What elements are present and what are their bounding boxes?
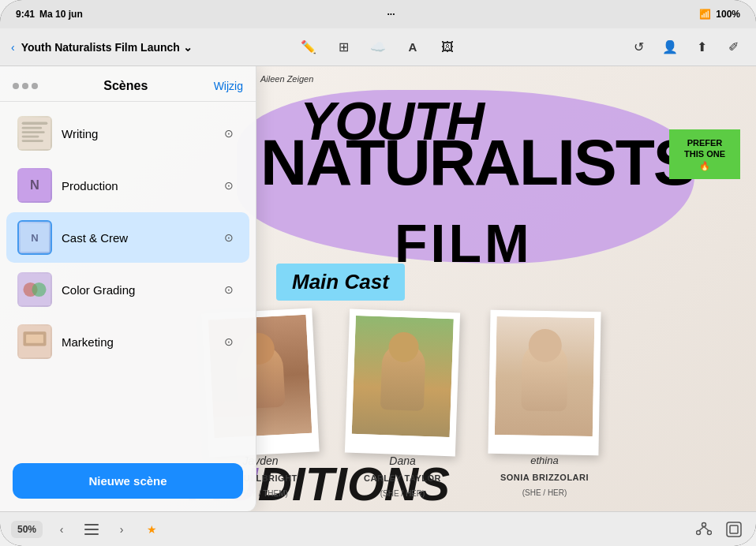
panel-dots[interactable] [13, 83, 38, 89]
handwritten-name: Aileen Zeigen [260, 74, 313, 84]
cloud-icon[interactable]: ☁️ [366, 36, 390, 59]
nav-back-button[interactable]: ‹ [51, 518, 73, 540]
polaroid-carley [345, 309, 460, 457]
bottom-right [693, 518, 745, 540]
scene-thumb-production: N [17, 168, 52, 203]
new-scene-button[interactable]: Nieuwe scène [13, 463, 243, 499]
battery-level: 100% [716, 9, 740, 20]
scene-more-production[interactable]: ⊙ [219, 176, 238, 195]
scene-thumb-cast: N [17, 220, 52, 255]
main-cast-label: Main Cast [276, 264, 405, 301]
svg-point-19 [702, 522, 706, 526]
cast-photo-carley: Dana CARLEY TAYLOR (SHE / HER) [347, 311, 458, 498]
scene-item-writing[interactable]: Writing ⊙ [6, 108, 249, 159]
svg-rect-15 [26, 335, 43, 343]
svg-line-22 [699, 526, 704, 530]
scene-name-cast-crew: Cast & Crew [62, 231, 210, 245]
scene-thumb-writing [17, 116, 52, 151]
svg-rect-25 [730, 525, 738, 533]
scene-more-marketing[interactable]: ⊙ [219, 332, 238, 351]
scene-more-cast-crew[interactable]: ⊙ [219, 228, 238, 247]
dropdown-icon: ⌄ [183, 41, 193, 54]
status-dots: ··· [387, 9, 395, 20]
grid-view-icon[interactable]: ⊞ [331, 36, 355, 59]
pencil-tool-icon[interactable]: ✏️ [297, 36, 320, 59]
scene-thumb-marketing [17, 324, 52, 359]
status-day: Ma 10 jun [39, 9, 83, 20]
panel-title: Scènes [103, 79, 148, 93]
toolbar-left: ‹ Youth Naturalists Film Launch ⌄ [11, 41, 290, 54]
svg-point-12 [32, 282, 46, 297]
scene-more-writing[interactable]: ⊙ [219, 124, 238, 143]
scene-item-production[interactable]: N Production ⊙ [6, 160, 249, 211]
share-icon[interactable]: ⬆ [690, 36, 713, 59]
people-icon[interactable]: 👤 [658, 36, 682, 59]
svg-point-21 [708, 530, 712, 534]
status-time: 9:41 [16, 9, 35, 20]
project-title-text: Youth Naturalists Film Launch [21, 41, 180, 54]
svg-rect-17 [84, 529, 99, 530]
scene-name-writing: Writing [62, 127, 210, 140]
scenes-panel: Scènes Wijzig [0, 66, 256, 511]
cast-photo-sonia: ethina SONIA BRIZZOLARI (SHE / HER) [489, 311, 600, 498]
dot-1 [13, 83, 19, 89]
scene-name-color-grading: Color Grading [62, 283, 210, 297]
status-right: 📶 100% [699, 9, 740, 20]
status-left: 9:41 Ma 10 jun [16, 9, 83, 20]
scene-list[interactable]: Writing ⊙ N Production ⊙ [0, 102, 256, 455]
scene-item-color-grading[interactable]: Color Grading ⊙ [6, 264, 249, 315]
back-button[interactable]: ‹ [11, 41, 15, 54]
cast-pronoun-sonia: (SHE / HER) [522, 488, 567, 497]
cast-pronoun-carley: (SHE / HER) [380, 489, 425, 498]
project-title-area[interactable]: Youth Naturalists Film Launch ⌄ [21, 41, 193, 54]
nav-forward-button[interactable]: › [110, 518, 133, 540]
svg-point-20 [697, 530, 701, 534]
scene-name-marketing: Marketing [62, 335, 210, 349]
sticky-note: PREFER THIS ONE 🔥 [669, 129, 740, 179]
svg-rect-3 [22, 131, 45, 133]
cast-area: Jayden TY FULLBRIGHT (THEY / THEM) Dana [205, 311, 600, 498]
panel-header: Scènes Wijzig [0, 66, 256, 102]
bottom-share-icon[interactable] [693, 518, 715, 540]
svg-rect-4 [22, 136, 39, 138]
status-center: ··· [387, 9, 395, 20]
edit-icon[interactable]: ✐ [721, 36, 745, 59]
zoom-level[interactable]: 50% [11, 521, 43, 538]
ipad-frame: 9:41 Ma 10 jun ··· 📶 100% ‹ Youth Natura… [0, 0, 756, 546]
scene-name-production: Production [62, 179, 210, 193]
svg-text:N: N [31, 232, 38, 244]
scene-thumb-color [17, 272, 52, 307]
cast-name-sonia: SONIA BRIZZOLARI [500, 473, 589, 482]
toolbar-center: ✏️ ⊞ ☁️ A 🖼 [297, 36, 459, 59]
svg-text:N: N [30, 178, 39, 192]
status-bar: 9:41 Ma 10 jun ··· 📶 100% [0, 0, 756, 28]
bottom-bar: 50% ‹ › ★ [0, 511, 756, 546]
svg-rect-5 [22, 140, 43, 142]
nav-star-button[interactable]: ★ [140, 518, 163, 540]
film-title-naturalists: NATURALISTS [260, 125, 694, 200]
text-icon[interactable]: A [401, 36, 425, 59]
bottom-layout-icon[interactable] [723, 518, 745, 540]
svg-rect-18 [84, 533, 99, 535]
toolbar: ‹ Youth Naturalists Film Launch ⌄ ✏️ ⊞ ☁… [0, 28, 756, 66]
nav-list-button[interactable] [80, 518, 103, 540]
wifi-icon: 📶 [699, 9, 711, 20]
main-canvas[interactable]: YOUTH NATURALISTS FILM Main Cast Aileen … [0, 66, 756, 511]
image-icon[interactable]: 🖼 [436, 36, 459, 59]
scene-item-cast-crew[interactable]: N Cast & Crew ⊙ [6, 212, 249, 263]
svg-rect-2 [22, 127, 42, 129]
scene-item-marketing[interactable]: Marketing ⊙ [6, 316, 249, 367]
svg-line-23 [704, 526, 709, 530]
back-icon: ‹ [11, 41, 15, 54]
bottom-left: 50% ‹ › ★ [11, 518, 163, 540]
polaroid-sonia [488, 310, 601, 455]
cast-name-carley: CARLEY TAYLOR [364, 473, 441, 483]
toolbar-right: ↺ 👤 ⬆ ✐ [466, 36, 745, 59]
history-icon[interactable]: ↺ [627, 36, 650, 59]
panel-edit-button[interactable]: Wijzig [214, 80, 243, 92]
svg-rect-24 [727, 522, 741, 537]
film-title-film: FILM [395, 212, 533, 274]
scene-more-color-grading[interactable]: ⊙ [219, 280, 238, 299]
svg-rect-1 [22, 122, 48, 125]
dot-3 [32, 83, 38, 89]
